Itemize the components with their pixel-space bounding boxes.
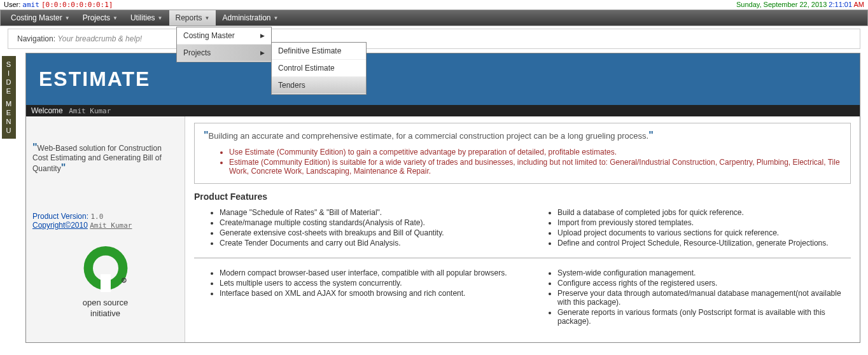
list-item: Build a database of completed jobs for q… xyxy=(557,208,851,217)
reports-dropdown: Costing Master▶ Projects▶ xyxy=(176,27,272,62)
highlights-list: Use Estimate (Community Edition) to gain… xyxy=(229,148,841,176)
sidebar-blurb: Web-Based solution for Construction Cost… xyxy=(32,144,162,173)
divider xyxy=(194,258,851,258)
list-item: Import from previously stored templates. xyxy=(557,218,851,227)
user-label: User: xyxy=(4,1,20,8)
tagline-box: "Building an accurate and comprehensive … xyxy=(194,123,851,184)
current-time-ampm: AM xyxy=(854,1,865,8)
chevron-right-icon: ▶ xyxy=(260,32,265,39)
osi-caption-1: open source xyxy=(32,298,178,307)
chevron-down-icon: ▼ xyxy=(273,15,278,21)
list-item: Estimate (Community Edition) is suitable… xyxy=(229,158,841,176)
list-item: Generate reports in various formats (onl… xyxy=(557,308,851,326)
current-date: Sunday, September 22, 2013 xyxy=(736,1,827,8)
welcome-label: Welcome xyxy=(31,106,63,115)
list-item: Configure access rights of the registere… xyxy=(557,279,851,288)
list-item: Modern compact browser-based user interf… xyxy=(220,268,513,277)
features-heading: Product Features xyxy=(194,191,851,202)
list-item: Interface based on XML and AJAX for smoo… xyxy=(220,289,513,298)
menu-costing-master[interactable]: Costing Master▼ xyxy=(4,10,76,25)
sub-control-estimate[interactable]: Control Estimate xyxy=(272,60,366,77)
welcome-username: Amit Kumar xyxy=(69,107,111,115)
chevron-down-icon: ▼ xyxy=(65,15,70,21)
breadcrumb: Navigation: Your breadcrumb & help! xyxy=(8,29,860,49)
version-value: 1.0 xyxy=(90,212,103,221)
svg-text:R: R xyxy=(123,279,125,282)
version-label: Product Version: xyxy=(32,212,88,221)
current-time: 2:11:01 xyxy=(829,1,852,8)
sub-definitive-estimate[interactable]: Definitive Estimate xyxy=(272,43,366,60)
quote-close: " xyxy=(61,162,66,173)
side-menu-tab[interactable]: SIDEMENU xyxy=(2,56,16,139)
app-title: ESTIMATE xyxy=(39,67,847,91)
menu-projects[interactable]: Projects▼ xyxy=(76,10,124,25)
chevron-down-icon: ▼ xyxy=(113,15,118,21)
nav-label: Navigation: xyxy=(17,34,55,43)
dropdown-costing-master[interactable]: Costing Master▶ xyxy=(177,27,271,45)
list-item: Use Estimate (Community Edition) to gain… xyxy=(229,148,841,157)
list-item: Upload project documents to various sect… xyxy=(557,228,851,237)
menu-reports[interactable]: Reports▼ xyxy=(169,10,216,25)
quote-open: " xyxy=(32,142,38,153)
osi-logo: R open source initiative xyxy=(32,244,178,318)
username: amit xyxy=(22,1,39,9)
copyright-link[interactable]: Copyright©2010 xyxy=(32,221,88,230)
list-item: Manage "Schedule of Rates" & "Bill of Ma… xyxy=(220,208,513,217)
top-info-bar: User: amit [0:0:0:0:0:0:0:1] Sunday, Sep… xyxy=(0,0,868,10)
menu-administration[interactable]: Administration▼ xyxy=(216,10,284,25)
chevron-down-icon: ▼ xyxy=(158,15,163,21)
user-ip: [0:0:0:0:0:0:0:1] xyxy=(41,1,113,9)
projects-sub-dropdown: Definitive Estimate Control Estimate Ten… xyxy=(271,42,367,95)
info-sidebar: "Web-Based solution for Construction Cos… xyxy=(26,116,185,342)
list-item: Generate extensive cost-sheets with brea… xyxy=(220,228,513,237)
chevron-right-icon: ▶ xyxy=(260,50,265,56)
nav-help-text: Your breadcrumb & help! xyxy=(57,34,142,43)
welcome-bar: Welcome Amit Kumar xyxy=(26,105,860,116)
osi-caption-2: initiative xyxy=(32,309,178,318)
list-item: System-wide configuration management. xyxy=(557,268,851,277)
tech-left-list: Modern compact browser-based user interf… xyxy=(220,268,513,298)
list-item: Create/manage multiple costing standards… xyxy=(220,218,513,227)
tech-right-list: System-wide configuration management. Co… xyxy=(557,268,851,326)
app-header: ESTIMATE xyxy=(26,53,860,105)
list-item: Define and control Project Schedule, Res… xyxy=(557,239,851,247)
list-item: Lets multiple users to access the system… xyxy=(220,279,513,288)
sub-tenders[interactable]: Tenders xyxy=(272,77,366,94)
main-content: "Building an accurate and comprehensive … xyxy=(185,116,860,342)
copyright-name: Amit Kumar xyxy=(90,221,132,230)
tagline-text: Building an accurate and comprehensive e… xyxy=(209,131,649,141)
features-left-list: Manage "Schedule of Rates" & "Bill of Ma… xyxy=(220,208,513,247)
chevron-down-icon: ▼ xyxy=(205,15,210,21)
features-right-list: Build a database of completed jobs for q… xyxy=(557,208,851,247)
dropdown-projects[interactable]: Projects▶ xyxy=(177,45,271,62)
list-item: Create Tender Documents and carry out Bi… xyxy=(220,239,513,247)
main-menu-bar: Costing Master▼ Projects▼ Utilities▼ Rep… xyxy=(0,10,868,26)
menu-utilities[interactable]: Utilities▼ xyxy=(124,10,169,25)
list-item: Preserve your data through automated/man… xyxy=(557,289,851,307)
